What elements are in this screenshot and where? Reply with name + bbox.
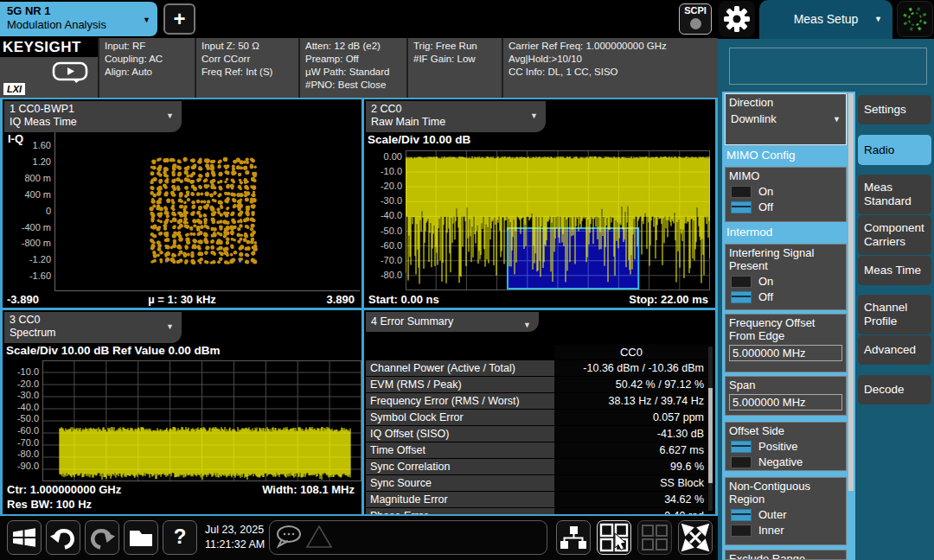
redo-button[interactable] <box>85 520 119 555</box>
info-column-3: Trig: Free Run#IF Gain: Low <box>406 38 502 98</box>
menu-scrollbar-thumb[interactable] <box>848 93 854 491</box>
y-tick-label: -30.0 <box>381 195 402 206</box>
chevron-down-icon: ▼ <box>530 110 538 123</box>
windows-start-button[interactable] <box>7 520 42 555</box>
noncontiguous-region-group[interactable]: Non-Contiguous Region Outer Inner <box>725 477 847 545</box>
menu-tab-component-carriers[interactable]: Component Carriers <box>858 215 931 255</box>
interfering-signal-group[interactable]: Interfering Signal Present On Off <box>725 244 847 310</box>
scpi-button[interactable]: SCPI <box>679 3 712 35</box>
busy-indicator-button[interactable] <box>897 1 933 37</box>
spectrum-plot <box>42 360 361 481</box>
info-column-2: Atten: 12 dB (e2)Preamp: OffµW Path: Sta… <box>298 38 406 98</box>
span-field[interactable]: Span 5.000000 MHz <box>725 376 847 416</box>
menu-tab-settings[interactable]: Settings <box>858 95 931 124</box>
screen-share-icon[interactable] <box>51 61 89 84</box>
y-tick-label: -80.0 <box>17 449 39 459</box>
table-row: EVM (RMS / Peak)50.42 % / 97.12 % <box>366 377 708 393</box>
node-diagram-icon <box>557 521 590 554</box>
lxi-badge: LXI <box>3 83 25 95</box>
layout-diagram-button[interactable] <box>556 520 591 555</box>
menu-tab-meas-standard[interactable]: Meas Standard <box>858 175 931 214</box>
frequency-offset-value[interactable]: 5.000000 MHz <box>729 345 842 361</box>
menu-tab-decode[interactable]: Decode <box>858 375 931 404</box>
region-inner-option[interactable]: Inner <box>731 524 842 537</box>
table-row: IQ Offset (SISO)-41.30 dB <box>366 426 708 442</box>
offset-side-positive-option[interactable]: Positive <box>731 440 842 453</box>
question-icon: ? <box>174 525 187 548</box>
toggle-on-indicator <box>731 509 752 521</box>
measurement-tab[interactable]: 5G NR 1 Modulation Analysis ▼ <box>0 2 157 36</box>
start-time-label: Start: 0.00 ns <box>368 293 439 306</box>
time-trace-plot <box>406 150 710 290</box>
fullscreen-button[interactable] <box>678 520 713 555</box>
toggle-on-indicator <box>731 291 752 303</box>
y-tick-label: 0 <box>46 206 51 216</box>
chevron-down-icon: ▼ <box>523 319 531 332</box>
window2-y-ticks: 0.00-10.0-20.0-30.0-40.0-50.0-60.0-70.0-… <box>368 99 402 308</box>
add-measurement-button[interactable]: + <box>163 3 195 35</box>
y-tick-label: -30.0 <box>17 390 39 400</box>
grid-layout-button[interactable] <box>637 520 672 555</box>
window-error-summary[interactable]: 4 Error Summary ▼ CC0Channel Power (Acti… <box>364 310 715 514</box>
span-value[interactable]: 5.000000 MHz <box>729 394 842 410</box>
window-select-hand-icon <box>598 521 630 554</box>
y-tick-label: -70.0 <box>17 437 39 448</box>
message-area[interactable] <box>269 520 547 555</box>
interfering-on-option[interactable]: On <box>731 275 842 288</box>
file-button[interactable] <box>124 520 158 555</box>
select-window-button[interactable] <box>597 520 631 555</box>
windows-area: 1 CC0-BWP1 IQ Meas Time ▼ I-Q 1.601.2080… <box>0 98 718 516</box>
toggle-on-indicator <box>731 201 752 213</box>
mimo-toggle-group[interactable]: MIMO On Off <box>725 167 847 222</box>
y-tick-label: -10.0 <box>17 366 39 377</box>
mimo-on-option[interactable]: On <box>731 185 842 198</box>
offset-side-group[interactable]: Offset Side Positive Negative <box>725 422 847 471</box>
res-bw-label: Res BW: 100 Hz <box>7 498 92 511</box>
chevron-down-icon: ▼ <box>874 0 882 39</box>
menu-tab-meas-time[interactable]: Meas Time <box>858 256 931 285</box>
window-iq-meas-time[interactable]: 1 CC0-BWP1 IQ Meas Time ▼ I-Q 1.601.2080… <box>3 99 361 308</box>
y-tick-label: 1.60 <box>33 140 51 150</box>
y-tick-label: -80.0 <box>381 270 402 280</box>
window4-title-dropdown[interactable]: 4 Error Summary ▼ <box>366 312 539 332</box>
noncontiguous-label: Non-Contiguous Region <box>729 480 842 506</box>
chevron-down-icon: ▼ <box>166 321 174 334</box>
datetime-display[interactable]: Jul 23, 2025 11:21:32 AM <box>205 523 265 552</box>
time-label: 11:21:32 AM <box>205 538 265 552</box>
chevron-down-icon: ▼ <box>833 115 841 124</box>
y-tick-label: -40.0 <box>17 402 39 412</box>
grid-icon <box>638 521 671 554</box>
interfering-off-option[interactable]: Off <box>731 290 842 303</box>
region-outer-option[interactable]: Outer <box>731 508 842 521</box>
help-button[interactable]: ? <box>163 520 197 555</box>
undo-button[interactable] <box>46 520 80 555</box>
menu-tab-advanced[interactable]: Advanced <box>858 335 931 365</box>
menu-column: Direction Downlink ▼ MIMO Config MIMO On… <box>722 92 855 560</box>
y-tick-label: 1.20 <box>33 156 51 167</box>
toggle-on-indicator <box>731 441 752 453</box>
menu-tab-channel-profile[interactable]: Channel Profile <box>858 295 931 334</box>
meas-setup-panel: Direction Downlink ▼ MIMO Config MIMO On… <box>718 39 934 560</box>
frequency-offset-field[interactable]: Frequency Offset From Edge 5.000000 MHz <box>725 314 847 372</box>
exclude-range-label: Exclude Range <box>729 552 842 560</box>
offset-side-negative-option[interactable]: Negative <box>731 455 842 468</box>
menu-title-tab[interactable]: Meas Setup ▼ <box>759 0 892 39</box>
table-scrollbar[interactable] <box>708 347 713 511</box>
window-spectrum[interactable]: 3 CC0 Spectrum ▼ Scale/Div 10.00 dB Ref … <box>3 310 361 514</box>
table-scrollbar-thumb[interactable] <box>708 388 713 483</box>
exclude-range-group[interactable]: Exclude Range <box>725 550 847 560</box>
date-label: Jul 23, 2025 <box>205 523 265 538</box>
toggle-off-indicator <box>731 525 752 537</box>
scpi-label: SCPI <box>680 4 711 16</box>
redo-icon <box>86 521 118 554</box>
menu-tab-radio[interactable]: Radio <box>858 135 931 165</box>
mimo-off-option[interactable]: Off <box>731 200 842 213</box>
y-tick-label: -400 m <box>22 222 51 232</box>
info-column-1: Input Z: 50 ΩCorr CCorrFreq Ref: Int (S) <box>195 38 298 98</box>
settings-gear-button[interactable] <box>719 1 755 37</box>
window-raw-main-time[interactable]: 2 CC0 Raw Main Time ▼ Scale/Div 10.00 dB… <box>364 99 715 308</box>
table-row: Phase Error0.40 rad <box>366 508 708 515</box>
direction-dropdown[interactable]: Direction Downlink ▼ <box>725 93 847 145</box>
toggle-off-indicator <box>731 186 752 198</box>
y-tick-label: 400 m <box>24 189 51 200</box>
